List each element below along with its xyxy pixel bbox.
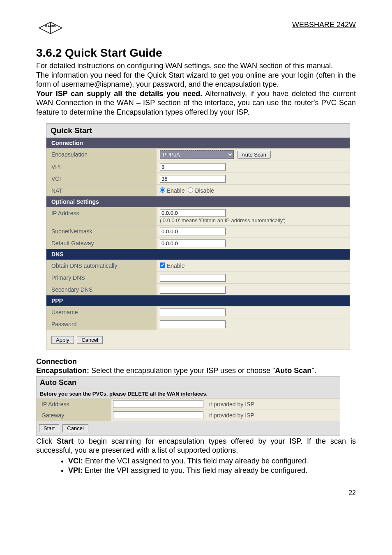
autoscan-title: Auto Scan <box>37 377 340 389</box>
optional-header: Optional Settings <box>46 196 350 207</box>
autoscan-cancel-button[interactable]: Cancel <box>62 424 88 432</box>
vci-input[interactable] <box>160 175 226 183</box>
encapsulation-desc: Encapsulation: Select the encapsulation … <box>36 366 356 375</box>
primary-dns-label: Primary DNS <box>46 272 157 283</box>
row-dns-auto: Obtain DNS automatically Enable <box>46 260 350 272</box>
primary-dns-input[interactable] <box>160 274 226 282</box>
gateway-label: Default Gateway <box>46 237 157 249</box>
vpi-b: VPI: <box>68 466 83 474</box>
connection-subhead: Connection <box>36 357 356 366</box>
dns-auto-checkbox[interactable] <box>160 263 165 268</box>
autoscan-row-gateway: Gateway if provided by ISP <box>37 410 340 421</box>
dns-auto-text: Enable <box>167 263 185 269</box>
autoscan-row-ip: IP Address if provided by ISP <box>37 398 340 410</box>
encap-bold2: Auto Scan <box>275 366 311 375</box>
autoscan-ip-hint: if provided by ISP <box>207 399 340 410</box>
encap-bold: Encapsulation: <box>36 366 89 375</box>
vpi-input[interactable] <box>160 163 226 171</box>
ip-hint: ('0.0.0.0' means 'Obtain an IP address a… <box>160 217 286 223</box>
row-primary-dns: Primary DNS <box>46 272 350 283</box>
apply-button[interactable]: Apply <box>51 336 74 344</box>
quickstart-panel: Quick Start Connection Encapsulation PPP… <box>46 123 350 350</box>
bullet-vci: VCI: Enter the VCI assigned to you. This… <box>68 457 356 465</box>
row-ip: IP Address ('0.0.0.0' means 'Obtain an I… <box>46 207 350 225</box>
intro-para-1: For detailed instructions on configuring… <box>36 61 356 71</box>
row-encapsulation: Encapsulation PPPoA Auto Scan <box>46 148 350 161</box>
autoscan-warning: Before you scan the PVCs, please DELETE … <box>37 389 340 398</box>
post-para: Click Start to begin scanning for encaps… <box>36 437 356 455</box>
post-pre: Click <box>36 437 57 445</box>
post-post: to begin scanning for encapsulation type… <box>36 437 356 455</box>
isp-note-bold: Your ISP can supply all the details you … <box>36 90 202 98</box>
row-gateway: Default Gateway <box>46 237 350 249</box>
post-bold: Start <box>57 437 74 445</box>
encap-text: Select the encapsulation type your ISP u… <box>89 366 275 375</box>
page-number: 22 <box>36 489 356 497</box>
username-label: Username <box>46 306 157 318</box>
atlantis-logo-icon: TLANTIS <box>36 21 65 35</box>
password-label: Password <box>46 318 157 330</box>
nat-enable-radio[interactable] <box>160 187 165 193</box>
cancel-button[interactable]: Cancel <box>77 336 102 344</box>
ip-input[interactable] <box>160 209 226 217</box>
row-password: Password <box>46 318 350 330</box>
row-netmask: SubnetNetmask <box>46 225 350 237</box>
connection-header: Connection <box>46 138 350 148</box>
autoscan-ip-input[interactable] <box>113 400 203 408</box>
intro-para-3: Your ISP can supply all the details you … <box>36 89 356 117</box>
panel-button-row: Apply Cancel <box>46 330 350 350</box>
username-input[interactable] <box>160 309 226 316</box>
gateway-input[interactable] <box>160 240 226 247</box>
dns-auto-label: Obtain DNS automatically <box>46 260 157 272</box>
nat-enable-option[interactable]: Enable <box>160 187 184 194</box>
dns-header: DNS <box>46 249 350 260</box>
nat-disable-text: Disable <box>195 187 214 194</box>
nat-disable-radio[interactable] <box>188 187 193 193</box>
ppp-header: PPP <box>46 295 350 306</box>
brand-logo: TLANTIS <box>36 21 65 35</box>
nat-enable-text: Enable <box>167 187 185 194</box>
row-vpi: VPI <box>46 161 350 173</box>
vpi-t: Enter the VPI assigned to you. This fiel… <box>83 466 307 474</box>
secondary-dns-label: Secondary DNS <box>46 284 157 295</box>
svg-text:TLANTIS: TLANTIS <box>45 25 56 28</box>
autoscan-gw-hint: if provided by ISP <box>207 410 340 421</box>
autoscan-ip-label: IP Address <box>37 399 111 410</box>
secondary-dns-input[interactable] <box>160 286 226 294</box>
encap-end: ". <box>311 366 316 375</box>
start-button[interactable]: Start <box>39 424 59 432</box>
ip-label: IP Address <box>46 207 157 225</box>
dns-auto-option[interactable]: Enable <box>160 263 184 269</box>
password-input[interactable] <box>160 320 226 328</box>
vci-label: VCI <box>46 173 157 184</box>
row-username: Username <box>46 306 350 318</box>
nat-label: NAT <box>46 185 157 196</box>
netmask-input[interactable] <box>160 228 226 235</box>
bullet-list: VCI: Enter the VCI assigned to you. This… <box>68 457 356 475</box>
bullet-vpi: VPI: Enter the VPI assigned to you. This… <box>68 466 356 475</box>
vci-b: VCI: <box>68 457 83 465</box>
nat-disable-option[interactable]: Disable <box>188 187 214 194</box>
intro-para-2: The information you need for the Quick S… <box>36 71 356 89</box>
row-nat: NAT Enable Disable <box>46 184 350 196</box>
vpi-label: VPI <box>46 161 157 173</box>
auto-scan-button[interactable]: Auto Scan <box>237 151 271 159</box>
product-name: WEBSHARE 242W <box>292 21 356 29</box>
row-secondary-dns: Secondary DNS <box>46 283 350 295</box>
autoscan-gw-label: Gateway <box>37 410 111 421</box>
encapsulation-label: Encapsulation <box>46 149 157 161</box>
autoscan-gw-input[interactable] <box>113 411 203 419</box>
page-header: TLANTIS WEBSHARE 242W <box>36 21 356 38</box>
vci-t: Enter the VCI assigned to you. This fiel… <box>83 457 308 465</box>
autoscan-button-row: Start Cancel <box>37 421 340 435</box>
encapsulation-select[interactable]: PPPoA <box>160 150 234 159</box>
panel-title: Quick Start <box>46 124 350 138</box>
autoscan-panel: Auto Scan Before you scan the PVCs, plea… <box>36 376 340 436</box>
row-vci: VCI <box>46 173 350 184</box>
section-heading: 3.6.2 Quick Start Guide <box>36 46 356 60</box>
netmask-label: SubnetNetmask <box>46 226 157 237</box>
